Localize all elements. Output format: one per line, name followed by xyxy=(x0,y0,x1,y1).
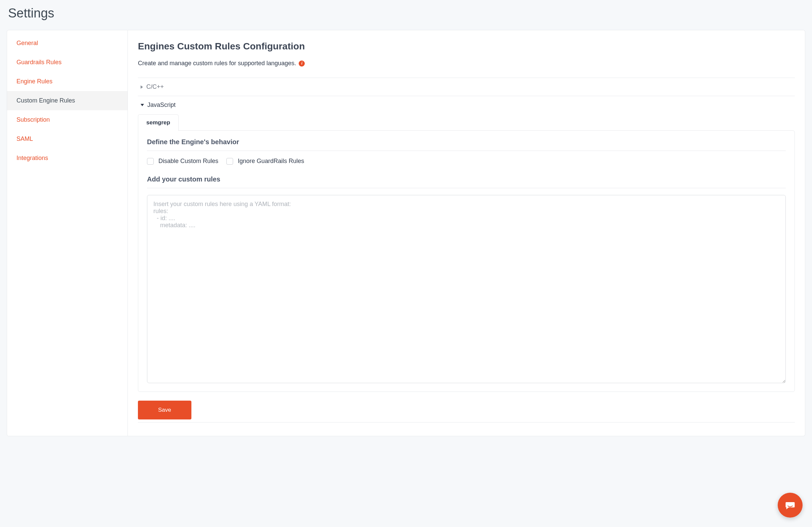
ignore-guardrails-rules-checkbox[interactable] xyxy=(227,158,233,165)
disable-custom-rules-option[interactable]: Disable Custom Rules xyxy=(147,157,218,165)
behavior-options: Disable Custom Rules Ignore GuardRails R… xyxy=(147,157,786,165)
accordion-item-ccpp: C/C++ xyxy=(138,78,795,96)
accordion-toggle-ccpp[interactable]: C/C++ xyxy=(138,78,795,96)
ignore-guardrails-rules-label: Ignore GuardRails Rules xyxy=(238,157,304,165)
rules-textarea-wrap xyxy=(147,195,786,384)
languages-accordion: C/C++ JavaScript semgrep Define the Engi… xyxy=(138,78,795,422)
sidebar-item-engine-rules[interactable]: Engine Rules xyxy=(7,72,128,91)
disable-custom-rules-label: Disable Custom Rules xyxy=(158,157,218,165)
accordion-label-ccpp: C/C++ xyxy=(146,84,164,90)
settings-main: Engines Custom Rules Configuration Creat… xyxy=(128,30,805,436)
page-title: Settings xyxy=(8,6,804,20)
main-subtitle-row: Create and manage custom rules for suppo… xyxy=(138,60,795,67)
ignore-guardrails-rules-option[interactable]: Ignore GuardRails Rules xyxy=(227,157,304,165)
save-button[interactable]: Save xyxy=(138,401,191,419)
accordion-body-javascript: semgrep Define the Engine's behavior Dis… xyxy=(138,114,795,422)
divider xyxy=(147,151,786,151)
settings-sidebar: General Guardrails Rules Engine Rules Cu… xyxy=(7,30,128,436)
sidebar-item-guardrails-rules[interactable]: Guardrails Rules xyxy=(7,53,128,72)
caret-right-icon xyxy=(141,85,143,89)
accordion-label-javascript: JavaScript xyxy=(147,102,176,108)
main-heading: Engines Custom Rules Configuration xyxy=(138,41,795,52)
divider-2 xyxy=(147,188,786,188)
sidebar-item-subscription[interactable]: Subscription xyxy=(7,110,128,130)
sidebar-item-saml[interactable]: SAML xyxy=(7,130,128,149)
accordion-item-javascript: JavaScript semgrep Define the Engine's b… xyxy=(138,96,795,422)
engine-panel: Define the Engine's behavior Disable Cus… xyxy=(138,131,795,392)
custom-rules-textarea[interactable] xyxy=(147,195,786,383)
caret-down-icon xyxy=(141,104,144,106)
engine-tabs: semgrep xyxy=(138,114,795,131)
define-behavior-heading: Define the Engine's behavior xyxy=(147,138,786,146)
sidebar-item-custom-engine-rules[interactable]: Custom Engine Rules xyxy=(7,91,128,110)
accordion-toggle-javascript[interactable]: JavaScript xyxy=(138,96,795,114)
sidebar-item-integrations[interactable]: Integrations xyxy=(7,149,128,168)
tab-semgrep[interactable]: semgrep xyxy=(138,114,179,131)
add-custom-rules-heading: Add your custom rules xyxy=(147,176,786,183)
info-icon[interactable]: i xyxy=(299,60,305,66)
sidebar-item-general[interactable]: General xyxy=(7,34,128,53)
settings-layout: General Guardrails Rules Engine Rules Cu… xyxy=(0,30,812,446)
disable-custom-rules-checkbox[interactable] xyxy=(147,158,154,165)
main-subtitle-text: Create and manage custom rules for suppo… xyxy=(138,60,296,67)
